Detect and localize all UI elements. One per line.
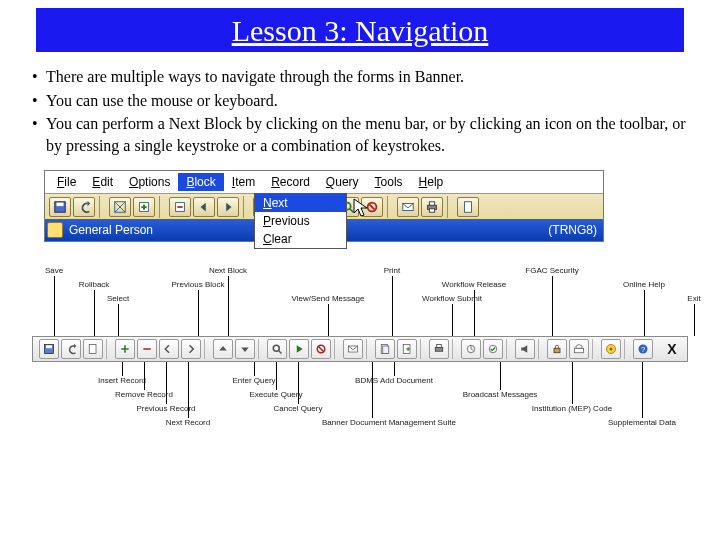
cancel-query-icon[interactable]: [361, 197, 383, 217]
svg-rect-12: [465, 202, 472, 213]
svg-rect-10: [429, 202, 434, 206]
label-workflow-release: Workflow Release: [434, 280, 514, 289]
label-rollback: Rollback: [54, 280, 134, 289]
bullet-item: You can perform a Next Block by clicking…: [46, 113, 686, 156]
remove-record-icon[interactable]: [169, 197, 191, 217]
menu-block[interactable]: Block: [178, 173, 223, 191]
bullet-item: There are multiple ways to navigate thro…: [46, 66, 464, 88]
svg-rect-1: [57, 203, 64, 207]
slide-title: Lesson 3: Navigation: [36, 8, 684, 52]
next-record-icon[interactable]: [217, 197, 239, 217]
svg-rect-11: [429, 209, 434, 213]
menu-file[interactable]: File: [49, 173, 84, 191]
menu-item[interactable]: Item: [224, 173, 263, 191]
window-title-left: General Person: [69, 223, 153, 237]
label-next-record: Next Record: [138, 418, 238, 427]
label-banner-document-management-suite: Banner Document Management Suite: [322, 418, 422, 427]
label-cancel-query: Cancel Query: [248, 404, 348, 413]
label-exit: Exit: [654, 294, 720, 303]
bullet-item: You can use the mouse or keyboard.: [46, 90, 278, 112]
label-workflow-submit: Workflow Submit: [412, 294, 492, 303]
label-previous-record: Previous Record: [116, 404, 216, 413]
menu-options[interactable]: Options: [121, 173, 178, 191]
label-enter-query: Enter Query: [204, 376, 304, 385]
label-bdms-add-document: BDMS Add Document: [344, 376, 444, 385]
label-select: Select: [78, 294, 158, 303]
label-insert-record: Insert Record: [72, 376, 172, 385]
menu-tools[interactable]: Tools: [367, 173, 411, 191]
banner-menubar-capture: FileEditOptionsBlockItemRecordQueryTools…: [44, 170, 604, 242]
rollback-icon[interactable]: [73, 197, 95, 217]
menu-help[interactable]: Help: [411, 173, 452, 191]
toolbar-diagram: ? X SaveRollbackSelectNext BlockPrevious…: [32, 264, 688, 444]
dropdown-next[interactable]: Next: [255, 194, 346, 212]
print-icon[interactable]: [421, 197, 443, 217]
bullet-list: •There are multiple ways to navigate thr…: [32, 66, 692, 156]
doc-icon[interactable]: [457, 197, 479, 217]
dropdown-previous[interactable]: Previous: [255, 212, 346, 230]
label-institution-mep-code: Institution (MEP) Code: [522, 404, 622, 413]
menu-query[interactable]: Query: [318, 173, 367, 191]
menu-record[interactable]: Record: [263, 173, 318, 191]
banner-toolbar[interactable]: NextPreviousClear: [45, 193, 603, 219]
label-broadcast-messages: Broadcast Messages: [450, 390, 550, 399]
label-remove-record: Remove Record: [94, 390, 194, 399]
save-icon[interactable]: [49, 197, 71, 217]
label-fgac-security: FGAC Security: [512, 266, 592, 275]
label-print: Print: [352, 266, 432, 275]
label-execute-query: Execute Query: [226, 390, 326, 399]
label-next-block: Next Block: [188, 266, 268, 275]
label-supplemental-data: Supplemental Data: [592, 418, 692, 427]
menu-edit[interactable]: Edit: [84, 173, 121, 191]
select-icon[interactable]: [109, 197, 131, 217]
dropdown-clear[interactable]: Clear: [255, 230, 346, 248]
previous-record-icon[interactable]: [193, 197, 215, 217]
insert-record-icon[interactable]: [133, 197, 155, 217]
menu-bar[interactable]: FileEditOptionsBlockItemRecordQueryTools…: [45, 171, 603, 193]
message-icon[interactable]: [397, 197, 419, 217]
window-icon: [47, 222, 63, 238]
label-save: Save: [14, 266, 94, 275]
label-previous-block: Previous Block: [158, 280, 238, 289]
label-view-send-message: View/Send Message: [288, 294, 368, 303]
block-dropdown[interactable]: NextPreviousClear: [254, 193, 347, 249]
label-online-help: Online Help: [604, 280, 684, 289]
window-title-right: (TRNG8): [548, 223, 597, 237]
